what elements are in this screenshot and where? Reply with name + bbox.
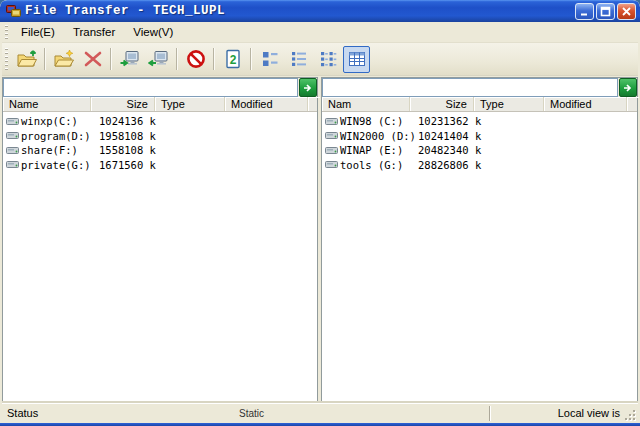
abort-icon [185, 49, 207, 69]
table-row[interactable]: private(G:) 1671560 k [3, 158, 317, 173]
list-view-button[interactable] [285, 46, 312, 73]
local-go-button[interactable] [299, 78, 317, 97]
remote-column-headers: Nam Size Type Modified [322, 97, 637, 112]
large-icons-view-button[interactable] [256, 46, 283, 73]
local-address-input[interactable] [3, 78, 298, 97]
remote-address-bar [322, 78, 637, 97]
dual-page-icon: 2 [222, 49, 244, 69]
toolbar-separator [44, 48, 46, 70]
drive-icon [325, 130, 340, 141]
column-header-spacer [627, 97, 639, 111]
file-transfer-window: File Transfer - TECH_LUPL File(E) Transf… [0, 0, 640, 426]
table-row[interactable]: share(F:) 1558108 k [3, 143, 317, 158]
close-icon [621, 6, 632, 17]
remote-address-input[interactable] [322, 78, 618, 97]
remote-go-button[interactable] [619, 78, 637, 97]
table-row[interactable]: WIN2000 (D:) 10241404 k [322, 129, 637, 144]
transfer-state-text: Static [239, 408, 264, 419]
column-header-type[interactable]: Type [474, 97, 544, 111]
details-view-button[interactable] [343, 46, 370, 73]
drive-name: tools (G:) [340, 159, 418, 171]
menubar-grip[interactable] [5, 25, 8, 39]
svg-text:2: 2 [229, 53, 236, 67]
menu-transfer[interactable]: Transfer [64, 24, 124, 40]
drive-size: 1958108 k [99, 130, 156, 142]
minimize-button[interactable] [575, 3, 594, 20]
status-text: Status [7, 407, 38, 419]
upload-to-remote-icon [119, 49, 141, 69]
drive-name: WINAP (E:) [340, 144, 418, 156]
drive-name: winxp(C:) [21, 115, 99, 127]
drive-icon [6, 145, 21, 156]
menu-file[interactable]: File(E) [12, 24, 64, 40]
delete-icon [82, 49, 104, 69]
download-button[interactable] [145, 46, 172, 73]
app-icon [6, 4, 21, 18]
column-header-modified[interactable]: Modified [225, 97, 308, 111]
column-header-name[interactable]: Name [3, 97, 91, 111]
list-view-icon [289, 49, 309, 69]
open-folder-button[interactable] [13, 46, 40, 73]
column-header-modified[interactable]: Modified [544, 97, 627, 111]
toolbar-separator [250, 48, 252, 70]
titlebar[interactable]: File Transfer - TECH_LUPL [0, 0, 640, 22]
column-header-size[interactable]: Size [410, 97, 474, 111]
toolbar-separator [176, 48, 178, 70]
drive-size: 10241404 k [418, 130, 481, 142]
drive-name: program(D:) [21, 130, 99, 142]
maximize-icon [600, 6, 611, 17]
drive-name: private(G:) [21, 159, 99, 171]
local-address-bar [3, 78, 317, 97]
column-header-size[interactable]: Size [91, 97, 155, 111]
remote-pane: Nam Size Type Modified WIN98 (C:) 102313… [321, 77, 638, 402]
remote-file-list: WIN98 (C:) 10231362 k WIN2000 (D:) 10241… [322, 112, 637, 401]
resize-grip[interactable] [624, 409, 636, 421]
small-icons-view-button[interactable] [314, 46, 341, 73]
table-row[interactable]: tools (G:) 28826806 k [322, 158, 637, 173]
toolbar: 2 [2, 43, 638, 76]
upload-button[interactable] [116, 46, 143, 73]
menubar: File(E) Transfer View(V) [2, 22, 638, 43]
toolbar-grip[interactable] [5, 48, 8, 70]
close-button[interactable] [617, 3, 636, 20]
column-header-spacer [308, 97, 320, 111]
drive-size: 1024136 k [99, 115, 156, 127]
statusbar-divider [489, 406, 491, 421]
table-row[interactable]: program(D:) 1958108 k [3, 129, 317, 144]
drive-size: 1671560 k [99, 159, 156, 171]
new-folder-icon [53, 49, 75, 69]
dual-page-button[interactable]: 2 [219, 46, 246, 73]
table-row[interactable]: winxp(C:) 1024136 k [3, 114, 317, 129]
drive-icon [6, 116, 21, 127]
maximize-button[interactable] [596, 3, 615, 20]
drive-icon [325, 145, 340, 156]
menu-view[interactable]: View(V) [124, 24, 182, 40]
small-icons-view-icon [318, 49, 338, 69]
drive-name: WIN2000 (D:) [340, 130, 418, 142]
toolbar-separator [213, 48, 215, 70]
large-icons-view-icon [260, 49, 280, 69]
abort-button[interactable] [182, 46, 209, 73]
local-pane: Name Size Type Modified winxp(C:) 102413… [2, 77, 318, 402]
new-folder-button[interactable] [50, 46, 77, 73]
open-folder-arrow-icon [16, 49, 38, 69]
column-header-name[interactable]: Nam [322, 97, 410, 111]
minimize-icon [579, 6, 590, 17]
table-row[interactable]: WINAP (E:) 20482340 k [322, 143, 637, 158]
delete-button[interactable] [79, 46, 106, 73]
details-view-icon [347, 49, 367, 69]
local-column-headers: Name Size Type Modified [3, 97, 317, 112]
drive-icon [6, 130, 21, 141]
drive-size: 20482340 k [418, 144, 481, 156]
drive-name: share(F:) [21, 144, 99, 156]
local-file-list: winxp(C:) 1024136 k program(D:) 1958108 … [3, 112, 317, 401]
drive-size: 28826806 k [418, 159, 481, 171]
column-header-type[interactable]: Type [155, 97, 225, 111]
drive-icon [325, 159, 340, 170]
window-title: File Transfer - TECH_LUPL [25, 4, 575, 18]
drive-name: WIN98 (C:) [340, 115, 418, 127]
drive-size: 10231362 k [418, 115, 481, 127]
drive-icon [325, 116, 340, 127]
table-row[interactable]: WIN98 (C:) 10231362 k [322, 114, 637, 129]
download-from-remote-icon [148, 49, 170, 69]
